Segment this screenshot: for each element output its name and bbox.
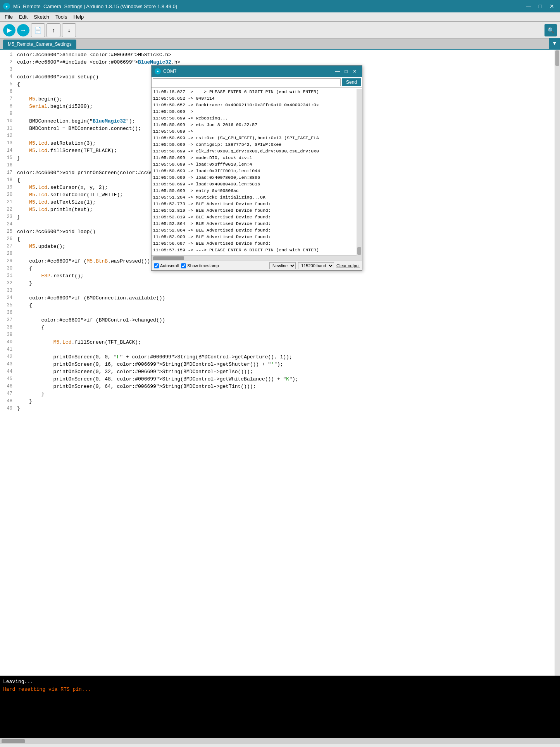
- line-content: printOnScreen(0, 48, color:#006699">Stri…: [16, 375, 560, 383]
- minimize-button[interactable]: —: [524, 2, 534, 10]
- line-number: 26: [0, 235, 16, 243]
- line-content: }: [16, 280, 560, 287]
- close-button[interactable]: ✕: [547, 2, 557, 10]
- line-number: 6: [0, 88, 16, 95]
- line-number: 20: [0, 191, 16, 199]
- line-number: 11: [0, 125, 16, 132]
- output-line: Hard resetting via RTS pin...: [3, 686, 557, 693]
- code-line: 37 color:#cc6600">if (BMDControl->change…: [0, 316, 560, 324]
- serial-input[interactable]: [153, 78, 341, 86]
- line-number: 45: [0, 375, 16, 383]
- maximize-button[interactable]: □: [535, 2, 545, 10]
- line-number: 10: [0, 118, 16, 125]
- new-button[interactable]: 📄: [31, 23, 45, 37]
- line-number: 44: [0, 368, 16, 375]
- line-number: 38: [0, 324, 16, 331]
- line-number: 7: [0, 95, 16, 103]
- scrollbar-thumb[interactable]: [555, 50, 559, 66]
- menu-file[interactable]: File: [2, 13, 16, 21]
- show-timestamp-checkbox[interactable]: [181, 263, 186, 268]
- line-number: 21: [0, 199, 16, 206]
- output-lines: Leaving...Hard resetting via RTS pin...: [3, 678, 557, 693]
- line-content: [16, 287, 560, 294]
- status-bar: 39 M5Stick-C, Default, 115200, None on C…: [0, 744, 560, 747]
- horizontal-scrollbar[interactable]: [0, 738, 560, 744]
- code-line: 34 color:#cc6600">if (BMDConnection.avai…: [0, 294, 560, 302]
- save-button[interactable]: ↓: [62, 23, 76, 37]
- line-content: color:#cc6600">#include <color:#006699">…: [16, 51, 560, 59]
- serial-output-line: 11:05:50.652 -> 0497114: [153, 95, 360, 102]
- line-number: 24: [0, 221, 16, 228]
- menu-edit[interactable]: Edit: [16, 13, 31, 21]
- serial-close-button[interactable]: ✕: [350, 68, 359, 75]
- serial-output-line: 11:05:57.159 -> ---> PLEASE ENTER 6 DIGI…: [153, 247, 360, 253]
- autoscroll-checkbox[interactable]: [154, 263, 159, 268]
- line-number: 39: [0, 331, 16, 339]
- menu-tools[interactable]: Tools: [52, 13, 70, 21]
- line-number: 28: [0, 250, 16, 258]
- serial-output[interactable]: 11:05:18.027 -> ---> PLEASE ENTER 6 DIGI…: [152, 88, 362, 255]
- serial-output-line: 11:05:50.652 -> Backtrace: 0x40092110:0x…: [153, 102, 360, 108]
- main-content: 1color:#cc6600">#include <color:#006699"…: [0, 50, 560, 676]
- show-timestamp-label[interactable]: Show timestamp: [181, 263, 219, 268]
- line-number: 18: [0, 176, 16, 184]
- serial-horizontal-scrollbar[interactable]: [152, 255, 362, 261]
- line-content: M5.Lcd.fillScreen(TFT_BLACK);: [16, 339, 560, 346]
- clear-output-button[interactable]: Clear output: [336, 263, 360, 268]
- vertical-scrollbar[interactable]: [555, 50, 560, 676]
- line-content: {: [16, 324, 560, 331]
- window-controls: — □ ✕: [524, 2, 557, 10]
- line-number: 42: [0, 353, 16, 361]
- line-content: [16, 331, 560, 339]
- output-line: Leaving...: [3, 678, 557, 686]
- newline-select[interactable]: Newline: [269, 262, 296, 269]
- line-number: 32: [0, 280, 16, 287]
- h-scrollbar-thumb[interactable]: [2, 739, 25, 743]
- tab-arrow-button[interactable]: ▼: [549, 38, 560, 49]
- code-line: 49}: [0, 405, 560, 412]
- serial-output-line: 11:05:52.819 -> BLE Advertised Device fo…: [153, 207, 360, 214]
- line-number: 9: [0, 110, 16, 118]
- line-content: [16, 309, 560, 316]
- upload-button[interactable]: →: [17, 24, 29, 36]
- serial-vertical-scrollbar[interactable]: [357, 89, 362, 259]
- code-line: 46 printOnScreen(0, 64, color:#006699">S…: [0, 383, 560, 390]
- serial-footer: Autoscroll Show timestamp Newline 115200…: [152, 261, 362, 270]
- menu-sketch[interactable]: Sketch: [31, 13, 52, 21]
- open-button[interactable]: ↑: [47, 23, 60, 37]
- code-line: 33: [0, 287, 560, 294]
- line-number: 47: [0, 390, 16, 398]
- serial-send-button[interactable]: Send: [342, 78, 361, 86]
- line-number: 14: [0, 147, 16, 154]
- serial-output-line: 11:05:50.699 -> Rebooting...: [153, 115, 360, 121]
- line-number: 31: [0, 272, 16, 280]
- serial-output-line: 11:05:52.864 -> BLE Advertised Device fo…: [153, 220, 360, 227]
- code-line: 36: [0, 309, 560, 316]
- toolbar: ▶ → 📄 ↑ ↓ 🔍: [0, 22, 560, 39]
- line-number: 17: [0, 169, 16, 176]
- line-number: 36: [0, 309, 16, 316]
- search-button[interactable]: 🔍: [544, 24, 557, 36]
- code-line: 44 printOnScreen(0, 32, color:#006699">S…: [0, 368, 560, 375]
- verify-button[interactable]: ▶: [3, 24, 16, 36]
- code-line: 32 }: [0, 280, 560, 287]
- serial-v-scrollbar-thumb[interactable]: [357, 247, 361, 255]
- menu-help[interactable]: Help: [70, 13, 87, 21]
- line-number: 46: [0, 383, 16, 390]
- serial-minimize-button[interactable]: —: [333, 68, 342, 75]
- line-number: 15: [0, 154, 16, 162]
- serial-input-bar: Send: [152, 77, 362, 88]
- line-number: 49: [0, 405, 16, 412]
- serial-h-scrollbar-thumb[interactable]: [153, 256, 184, 260]
- autoscroll-label[interactable]: Autoscroll: [154, 263, 179, 268]
- line-content: printOnScreen(0, 64, color:#006699">Stri…: [16, 383, 560, 390]
- line-content: ESP.restart();: [16, 272, 560, 280]
- code-line: 43 printOnScreen(0, 16, color:#006699">S…: [0, 361, 560, 368]
- serial-monitor-icon: ●: [155, 68, 161, 74]
- baud-rate-select[interactable]: 115200 baud: [298, 262, 334, 269]
- active-tab[interactable]: M5_Remote_Camera_Settings: [3, 40, 76, 49]
- serial-maximize-button[interactable]: □: [342, 68, 350, 75]
- line-number: 5: [0, 81, 16, 88]
- line-number: 22: [0, 206, 16, 213]
- serial-output-line: 11:05:50.699 ->: [153, 128, 360, 135]
